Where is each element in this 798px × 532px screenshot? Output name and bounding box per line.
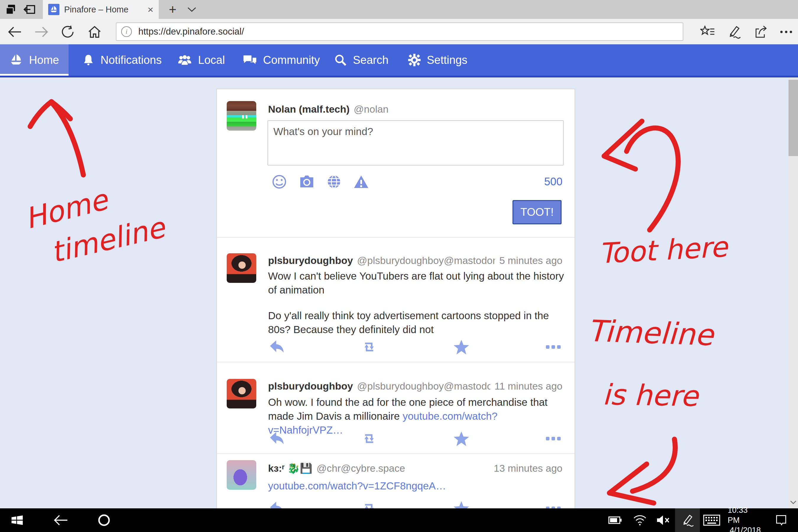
media-upload-camera-icon[interactable]: [299, 175, 315, 189]
wifi-icon[interactable]: [631, 508, 649, 532]
post-display-name: kз:ʳ 🐉💾: [268, 462, 312, 474]
favorite-star-icon[interactable]: [452, 338, 471, 356]
action-center-icon[interactable]: [771, 508, 792, 532]
tab-close-icon[interactable]: ×: [148, 4, 153, 15]
tabs-preview-icon[interactable]: [3, 2, 19, 17]
nav-item-notifications[interactable]: Notifications: [80, 44, 164, 76]
divider: [217, 362, 574, 362]
browser-tab-bar: Pinafore – Home × +: [0, 0, 798, 19]
compose-handle: @nolan: [354, 103, 389, 115]
active-nav-underline: [0, 74, 69, 76]
users-icon: [177, 54, 192, 66]
nav-label: Home: [29, 54, 59, 66]
compose-avatar[interactable]: [227, 101, 256, 131]
taskbar-clock[interactable]: 10:33 PM 4/1/2018: [728, 508, 761, 532]
divider: [217, 237, 574, 238]
post-timestamp: 5 minutes ago: [499, 255, 563, 266]
post-avatar[interactable]: [227, 253, 256, 283]
post-text: youtube.com/watch?v=1ZCF8ngqeA…: [268, 479, 564, 493]
boost-icon[interactable]: [360, 430, 378, 448]
clock-date: 4/1/2018: [730, 525, 761, 532]
back-icon[interactable]: [6, 24, 23, 40]
boost-icon[interactable]: [360, 338, 378, 356]
windows-ink-pen-icon[interactable]: [675, 508, 700, 532]
favorite-star-icon[interactable]: [452, 430, 471, 448]
compose-input[interactable]: [267, 120, 564, 166]
more-options-icon[interactable]: [778, 24, 795, 40]
post-privacy-globe-icon[interactable]: [327, 175, 341, 189]
scrollbar-track[interactable]: [788, 77, 798, 508]
post-more-icon[interactable]: [544, 430, 563, 448]
touch-keyboard-icon[interactable]: [701, 508, 722, 532]
nav-label: Local: [198, 54, 225, 66]
tab-title: Pinafore – Home: [64, 5, 145, 15]
nav-label: Search: [353, 54, 388, 66]
nav-item-settings[interactable]: Settings: [405, 44, 470, 76]
home-icon[interactable]: [86, 24, 103, 40]
refresh-icon[interactable]: [60, 24, 76, 40]
taskbar: 10:33 PM 4/1/2018: [0, 508, 798, 532]
post-handle: @plsburydoughboy@mastodon.s…: [357, 380, 490, 392]
emoji-picker-icon[interactable]: [272, 174, 287, 189]
reply-icon[interactable]: [268, 499, 286, 508]
reply-icon[interactable]: [268, 338, 286, 356]
url-text: https://dev.pinafore.social/: [138, 26, 244, 37]
post-timestamp: 13 minutes ago: [494, 462, 563, 474]
browser-tab[interactable]: Pinafore – Home ×: [43, 0, 159, 19]
post-handle: @plsburydoughboy@mastodon.so…: [357, 255, 495, 266]
new-tab-button[interactable]: +: [164, 0, 181, 19]
gear-icon: [408, 54, 421, 66]
tab-list-chevron-icon[interactable]: [185, 0, 199, 19]
nav-item-community[interactable]: Community: [240, 44, 322, 76]
forward-icon[interactable]: [33, 24, 50, 40]
divider: [217, 453, 574, 454]
nav-label: Community: [263, 54, 320, 66]
site-info-icon[interactable]: i: [121, 26, 132, 37]
toot-button[interactable]: TOOT!: [513, 200, 562, 224]
battery-icon[interactable]: [607, 508, 624, 532]
nav-item-local[interactable]: Local: [175, 44, 227, 76]
nav-label: Settings: [427, 54, 467, 66]
post-display-name: plsburydoughboy: [268, 255, 353, 266]
web-note-pen-icon[interactable]: [726, 24, 742, 40]
pinafore-nav: Home Notifications Local Community Searc…: [0, 44, 798, 77]
compose-display-name: Nolan (malf.tech): [268, 103, 350, 115]
boost-icon[interactable]: [360, 499, 378, 508]
scrollbar-thumb[interactable]: [788, 80, 798, 156]
post-display-name: plsburydoughboy: [268, 380, 353, 392]
content-warning-icon[interactable]: [354, 175, 369, 189]
chat-bubbles-icon: [242, 54, 257, 66]
search-icon: [334, 54, 347, 66]
browser-toolbar: i https://dev.pinafore.social/: [0, 19, 798, 44]
timeline-column: Nolan (malf.tech) @nolan 500 TOOT! plsbu…: [216, 89, 575, 508]
volume-muted-icon[interactable]: [654, 508, 673, 532]
reply-icon[interactable]: [268, 430, 286, 448]
post-text: Do y'all really think toy advertisement …: [268, 308, 564, 336]
scroll-down-chevron-icon[interactable]: [790, 500, 797, 505]
sailboat-icon: [10, 53, 23, 67]
nav-item-home[interactable]: Home: [0, 44, 69, 76]
char-count: 500: [544, 175, 563, 188]
address-bar[interactable]: i https://dev.pinafore.social/: [116, 22, 683, 41]
share-icon[interactable]: [753, 24, 769, 40]
nav-label: Notifications: [100, 54, 162, 66]
post-text: Wow I can't believe YouTubers are flat o…: [268, 269, 564, 297]
bell-icon: [82, 53, 95, 67]
pinafore-favicon: [48, 4, 59, 15]
cortana-icon[interactable]: [95, 508, 113, 532]
post-more-icon[interactable]: [544, 499, 563, 508]
post-avatar[interactable]: [227, 460, 256, 490]
taskbar-back-icon[interactable]: [51, 508, 70, 532]
post-link[interactable]: youtube.com/watch?v=1ZCF8ngqeA…: [268, 480, 446, 492]
favorites-hub-icon[interactable]: [699, 24, 716, 40]
start-button-icon[interactable]: [8, 508, 26, 532]
clock-time: 10:33 PM: [728, 505, 761, 525]
post-avatar[interactable]: [227, 379, 256, 408]
set-tabs-aside-icon[interactable]: [21, 2, 37, 17]
favorite-star-icon[interactable]: [452, 499, 471, 508]
post-more-icon[interactable]: [544, 338, 563, 356]
post-timestamp: 11 minutes ago: [494, 380, 563, 392]
nav-item-search[interactable]: Search: [331, 44, 391, 76]
page-background: Nolan (malf.tech) @nolan 500 TOOT! plsbu…: [0, 77, 798, 508]
post-handle: @chr@cybre.space: [317, 462, 405, 474]
